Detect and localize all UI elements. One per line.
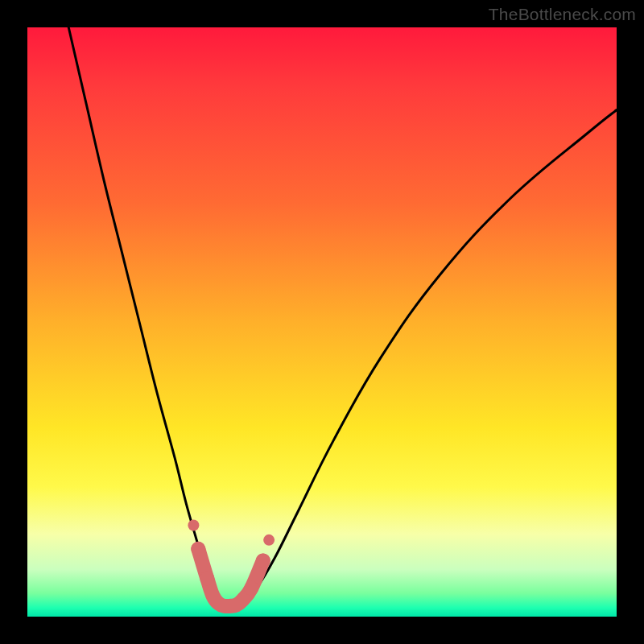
highlight-dot xyxy=(256,553,270,568)
highlight-markers xyxy=(188,520,275,607)
highlight-dot xyxy=(263,535,275,546)
outer-frame: TheBottleneck.com xyxy=(0,0,644,644)
chart-plot-area xyxy=(27,27,617,617)
highlight-dot xyxy=(188,520,199,531)
highlight-dot xyxy=(191,542,205,556)
highlight-dot xyxy=(244,581,258,596)
bottleneck-curve xyxy=(68,27,617,605)
chart-svg xyxy=(27,27,617,617)
highlight-dot xyxy=(200,571,214,585)
watermark-text: TheBottleneck.com xyxy=(489,5,636,24)
